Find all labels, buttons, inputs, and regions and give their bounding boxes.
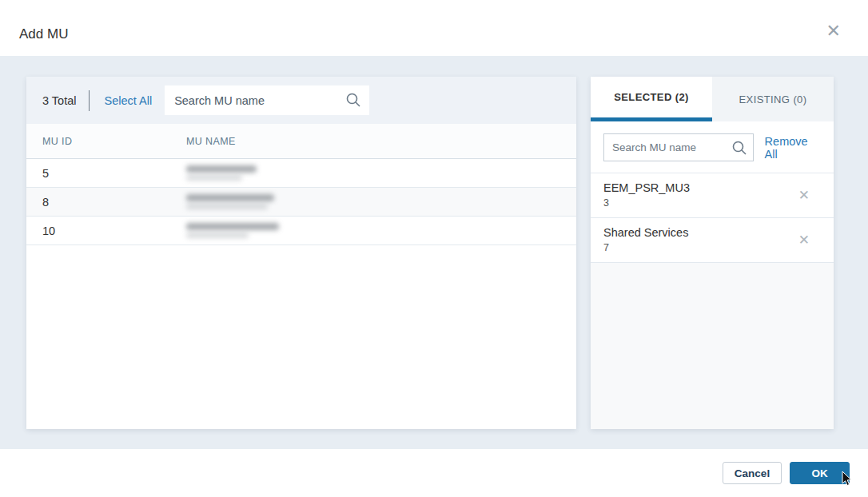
remove-all-link[interactable]: Remove All xyxy=(765,135,822,161)
mu-name-cell xyxy=(186,192,576,212)
select-all-link[interactable]: Select All xyxy=(104,94,152,107)
mu-name-redacted xyxy=(186,194,290,209)
dialog-title: Add MU xyxy=(19,26,68,42)
search-icon xyxy=(345,92,361,108)
mouse-cursor xyxy=(842,471,854,487)
mu-name-redacted xyxy=(186,165,290,181)
column-header-mu-id: MU ID xyxy=(26,136,186,147)
table-row[interactable]: 5 xyxy=(26,159,576,188)
tab-selected[interactable]: SELECTED (2) xyxy=(591,77,712,121)
remove-item-icon[interactable]: ✕ xyxy=(798,233,821,247)
ok-button[interactable]: OK xyxy=(790,462,850,484)
selected-mu-name: Shared Services xyxy=(603,226,688,239)
selected-mu-panel: SELECTED (2) EXISTING (0) Remove All EEM… xyxy=(591,77,834,429)
selected-mu-id: 7 xyxy=(603,242,688,253)
right-toolbar: Remove All xyxy=(591,121,834,173)
list-item: Shared Services 7 ✕ xyxy=(591,217,834,263)
dialog-header: Add MU ✕ xyxy=(0,0,868,56)
total-count-label: 3 Total xyxy=(42,94,76,107)
table-row[interactable]: 8 xyxy=(26,188,576,217)
available-mu-panel: 3 Total Select All MU ID MU NAME 5 xyxy=(26,77,576,429)
mu-table-header: MU ID MU NAME xyxy=(26,124,576,159)
cancel-button[interactable]: Cancel xyxy=(723,462,782,484)
close-icon[interactable]: ✕ xyxy=(826,22,841,40)
selected-mu-id: 3 xyxy=(603,197,690,209)
selected-mu-list: EEM_PSR_MU3 3 ✕ Shared Services 7 ✕ xyxy=(591,173,834,429)
toolbar-divider xyxy=(89,90,90,111)
mu-name-cell xyxy=(186,221,576,241)
mu-name-redacted xyxy=(186,223,290,238)
list-item: EEM_PSR_MU3 3 ✕ xyxy=(591,173,834,217)
search-icon xyxy=(731,140,747,156)
dialog-body: 3 Total Select All MU ID MU NAME 5 xyxy=(0,56,868,449)
dialog-footer: Cancel OK xyxy=(0,449,868,497)
right-search-box xyxy=(603,133,754,161)
right-panel-tabs: SELECTED (2) EXISTING (0) xyxy=(591,77,834,121)
search-mu-input[interactable] xyxy=(165,85,369,115)
table-row[interactable]: 10 xyxy=(26,217,576,245)
mu-id-cell: 10 xyxy=(26,225,186,237)
mu-id-cell: 5 xyxy=(26,167,186,180)
selected-mu-name: EEM_PSR_MU3 xyxy=(603,181,690,194)
remove-item-icon[interactable]: ✕ xyxy=(798,189,821,202)
tab-existing[interactable]: EXISTING (0) xyxy=(712,77,834,121)
left-search-box xyxy=(165,85,369,115)
mu-name-cell xyxy=(186,163,576,183)
column-header-mu-name: MU NAME xyxy=(186,136,576,147)
mu-id-cell: 8 xyxy=(26,196,186,209)
left-toolbar: 3 Total Select All xyxy=(26,77,576,124)
